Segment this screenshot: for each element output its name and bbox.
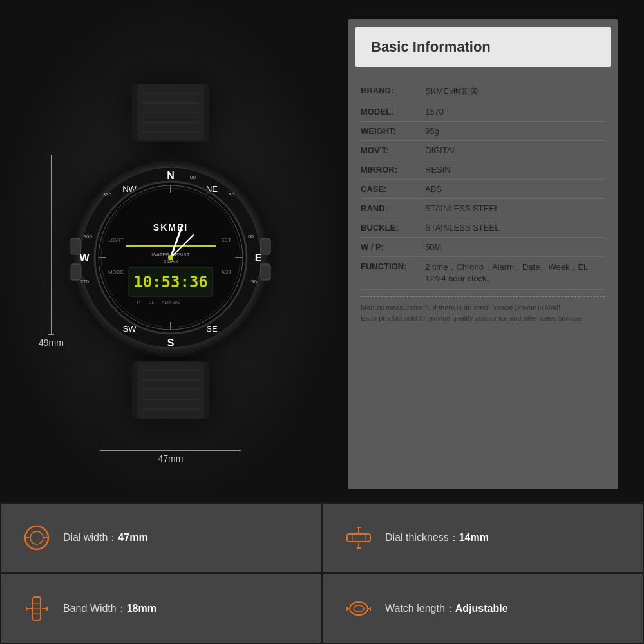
watch-length-icon (343, 594, 375, 623)
info-row: W / P:50M (361, 238, 605, 257)
metric-band-width: Band Width：18mm (0, 573, 322, 644)
info-row: FUNCTION:2 time，Chrono，Alarm，Date，Week，E… (361, 257, 605, 290)
svg-text:30: 30 (229, 192, 234, 198)
info-value: SKMEI/时刻美 (425, 86, 605, 97)
dial-width-value: 47mm (118, 532, 147, 543)
watch-area: 49mm (0, 0, 341, 502)
info-label: CASE: (361, 184, 425, 194)
svg-point-81 (350, 602, 368, 615)
svg-text:00: 00 (190, 175, 196, 180)
svg-text:S: S (167, 337, 175, 348)
info-panel: Basic Information BRAND:SKMEI/时刻美MODEL:1… (348, 19, 618, 489)
svg-point-61 (30, 531, 43, 544)
dimension-width-label: 47mm (100, 450, 242, 464)
info-value: 1370 (425, 107, 605, 117)
svg-text:ADJ: ADJ (221, 269, 231, 275)
info-value: 50M (425, 242, 605, 252)
info-label: MOV'T: (361, 146, 425, 155)
width-value: 47mm (158, 453, 184, 464)
info-row: CASE:ABS (361, 180, 605, 199)
info-row: MOV'T:DIGITAL (361, 141, 605, 160)
metric-watch-length: Watch length：Adjustable (322, 573, 644, 644)
info-value: RESIN (425, 165, 605, 175)
info-row: MIRROR:RESIN (361, 160, 605, 180)
svg-rect-41 (71, 264, 80, 280)
watch-length-label: Watch length：Adjustable (385, 602, 508, 616)
info-label: W / P: (361, 242, 425, 252)
dial-width-label: Dial width：47mm (63, 531, 148, 545)
info-row: BUCKLE:STAINLESS STEEL (361, 218, 605, 238)
info-body: BRAND:SKMEI/时刻美MODEL:1370WEIGHT:95gMOV'T… (348, 75, 618, 341)
dial-width-icon (21, 524, 53, 552)
band-width-value: 18mm (127, 603, 156, 614)
info-value: ABS (425, 184, 605, 194)
info-label: MIRROR: (361, 165, 425, 175)
info-label: BUCKLE: (361, 223, 425, 232)
info-label: MODEL: (361, 107, 425, 117)
dial-thickness-value: 14mm (459, 532, 489, 543)
svg-rect-43 (261, 264, 270, 280)
svg-text:N: N (167, 170, 175, 181)
svg-text:330: 330 (103, 192, 112, 198)
svg-text:SET: SET (221, 237, 231, 243)
svg-rect-42 (261, 238, 270, 254)
svg-rect-66 (347, 534, 370, 542)
watch-length-value: Adjustable (455, 603, 508, 614)
info-row: WEIGHT:95g (361, 122, 605, 141)
dial-thickness-label: Dial thickness：14mm (385, 531, 489, 545)
info-label: BAND: (361, 204, 425, 213)
svg-text:SE: SE (206, 324, 218, 334)
svg-text:ALM SIG: ALM SIG (162, 300, 180, 305)
info-header: Basic Information (355, 27, 611, 67)
bottom-metrics: Dial width：47mm Dial thickness：14mm (0, 502, 644, 644)
main-area: 49mm (0, 0, 644, 502)
svg-text:60: 60 (248, 234, 254, 240)
metric-dial-width: Dial width：47mm (0, 502, 322, 573)
metric-dial-thickness: Dial thickness：14mm (322, 502, 644, 573)
band-width-label: Band Width：18mm (63, 602, 156, 616)
info-label: FUNCTION: (361, 261, 425, 271)
watch-svg: N S W E NE NW SE SW 00 30 60 330 300 90 … (68, 84, 274, 419)
info-value: 2 time，Chrono，Alarm，Date，Week，EL，12/24 h… (425, 261, 605, 285)
svg-text:MODE: MODE (108, 269, 124, 275)
info-row: MODEL:1370 (361, 102, 605, 122)
info-value: 95g (425, 126, 605, 136)
info-value: STAINLESS STEEL (425, 223, 605, 232)
svg-text:LIGHT: LIGHT (108, 237, 124, 243)
svg-text:E: E (255, 252, 262, 263)
svg-rect-40 (71, 238, 80, 254)
info-label: BRAND: (361, 86, 425, 95)
info-value: DIGITAL (425, 146, 605, 155)
svg-text:P: P (137, 300, 140, 305)
svg-text:300: 300 (84, 234, 93, 240)
info-title: Basic Information (371, 39, 595, 55)
svg-text:DL: DL (149, 300, 155, 305)
svg-text:90: 90 (251, 279, 257, 285)
svg-text:270: 270 (80, 279, 90, 285)
info-row: BRAND:SKMEI/时刻美 (361, 81, 605, 102)
info-note: Manual measurement, if there is an error… (361, 296, 605, 328)
watch-image: N S W E NE NW SE SW 00 30 60 330 300 90 … (58, 74, 283, 428)
info-row: BAND:STAINLESS STEEL (361, 199, 605, 218)
svg-text:SKMEI: SKMEI (153, 222, 188, 232)
svg-text:10:53:36: 10:53:36 (133, 273, 208, 291)
dial-thickness-icon (343, 524, 375, 552)
info-label: WEIGHT: (361, 126, 425, 136)
svg-point-82 (354, 605, 364, 612)
svg-text:W: W (79, 252, 90, 263)
band-width-icon (21, 594, 53, 623)
info-value: STAINLESS STEEL (425, 204, 605, 213)
svg-point-55 (168, 255, 173, 260)
